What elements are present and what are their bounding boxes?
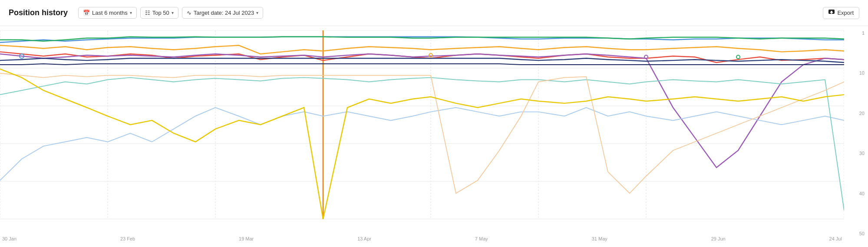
chart-area: 1 10 20 30 40 50 xyxy=(0,26,868,247)
x-label-may: 7 May xyxy=(475,236,488,241)
x-label-apr: 13 Apr xyxy=(357,236,371,241)
y-label-1: 1 xyxy=(844,30,865,36)
chevron-down-icon-3: ▾ xyxy=(256,10,258,15)
x-label-feb: 23 Feb xyxy=(120,236,135,241)
table-icon: ☷ xyxy=(145,10,150,16)
line-yellow xyxy=(0,69,844,219)
chevron-down-icon-2: ▾ xyxy=(172,10,174,15)
top-label: Top 50 xyxy=(152,10,169,16)
y-label-50: 50 xyxy=(844,231,865,236)
chevron-down-icon: ▾ xyxy=(130,10,132,15)
line-purple xyxy=(0,54,844,168)
trend-icon: ∿ xyxy=(187,10,191,16)
page-title: Position history xyxy=(9,8,68,17)
position-history-widget: Position history 📅 Last 6 months ▾ ☷ Top… xyxy=(0,0,868,247)
export-label: Export xyxy=(837,10,854,16)
download-icon xyxy=(828,10,835,16)
x-label-mar: 19 Mar xyxy=(239,236,254,241)
y-label-40: 40 xyxy=(844,191,865,196)
export-button[interactable]: Export xyxy=(823,7,859,19)
chart-svg xyxy=(0,30,844,236)
y-label-30: 30 xyxy=(844,151,865,156)
x-label-jan: 30 Jan xyxy=(2,236,17,241)
x-label-jul: 24 Jul xyxy=(829,236,842,241)
y-label-20: 20 xyxy=(844,111,865,116)
x-label-jun: 29 Jun xyxy=(711,236,726,241)
line-light-orange xyxy=(0,73,844,194)
chart-svg-wrapper xyxy=(0,30,844,236)
top-selector[interactable]: ☷ Top 50 ▾ xyxy=(140,7,178,19)
period-label: Last 6 months xyxy=(92,10,128,16)
target-date-selector[interactable]: ∿ Target date: 24 Jul 2023 ▾ xyxy=(182,7,264,19)
x-label-may31: 31 May xyxy=(592,236,607,241)
y-label-10: 10 xyxy=(844,70,865,76)
calendar-icon: 📅 xyxy=(83,10,90,16)
period-selector[interactable]: 📅 Last 6 months ▾ xyxy=(78,7,137,19)
line-orange xyxy=(0,46,844,54)
target-label: Target date: 24 Jul 2023 xyxy=(194,10,254,16)
line-dark-blue xyxy=(0,64,844,65)
svg-point-20 xyxy=(736,55,740,59)
toolbar: Position history 📅 Last 6 months ▾ ☷ Top… xyxy=(0,0,868,26)
x-axis: 30 Jan 23 Feb 19 Mar 13 Apr 7 May 31 May… xyxy=(0,236,844,247)
y-axis: 1 10 20 30 40 50 xyxy=(844,30,868,236)
line-light-blue xyxy=(0,108,844,181)
